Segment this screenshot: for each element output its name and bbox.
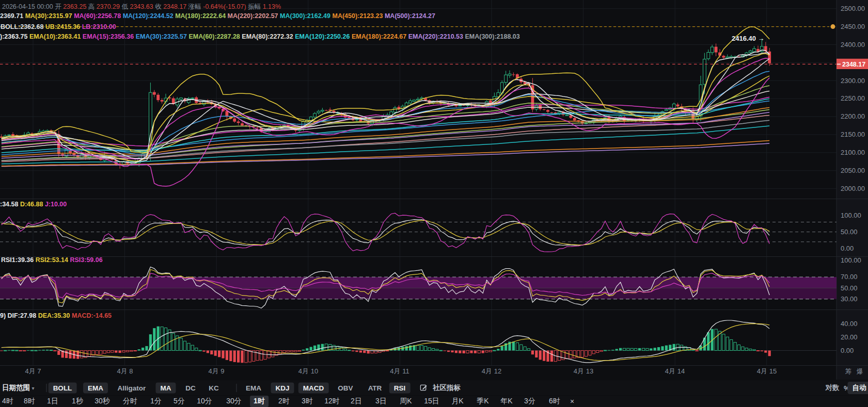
svg-text:2000.00: 2000.00 (841, 185, 865, 192)
svg-text:2500.00: 2500.00 (841, 5, 865, 12)
svg-text:2100.00: 2100.00 (841, 149, 865, 156)
svg-text:4月 15: 4月 15 (757, 367, 777, 375)
svg-text:4月 11: 4月 11 (390, 367, 409, 375)
svg-text:40.00: 40.00 (841, 320, 858, 328)
svg-text:30.00: 30.00 (841, 295, 858, 303)
svg-text:2400.00: 2400.00 (841, 41, 865, 48)
svg-text:4月 12: 4月 12 (482, 367, 501, 375)
svg-text:2150.00: 2150.00 (841, 131, 865, 138)
svg-text:70.00: 70.00 (841, 273, 858, 281)
svg-text:2200.00: 2200.00 (841, 112, 865, 120)
svg-text:BOLL:2362.68 UB:2415.36 LB:2: BOLL:2362.68 UB:2415.36 LB:2310.00 (1, 23, 116, 30)
svg-text:2250.00: 2250.00 (841, 94, 865, 102)
svg-text:2050.00: 2050.00 (841, 167, 865, 174)
svg-text:2026-04-15 00:00 开 2363.25 高: 2026-04-15 00:00 开 2363.25 高 2370.29 低 2… (2, 3, 281, 10)
svg-text:100.00: 100.00 (841, 256, 861, 264)
svg-text:4月 14: 4月 14 (665, 367, 685, 375)
svg-text::34.58 D:46.88 J:10.00: :34.58 D:46.88 J:10.00 (0, 201, 67, 208)
svg-text:2369.71 MA(30):2315.97 MA(60: 2369.71 MA(30):2315.97 MA(60):2256.78 MA… (0, 12, 435, 20)
svg-text:2348.17: 2348.17 (842, 61, 865, 68)
svg-text:2300.00: 2300.00 (841, 77, 865, 85)
svg-text:100.00: 100.00 (841, 211, 861, 219)
svg-text:50.00: 50.00 (841, 284, 858, 292)
svg-text:筹: 筹 (845, 368, 852, 375)
svg-text:20.00: 20.00 (841, 333, 858, 341)
svg-text:2416.40 →: 2416.40 → (732, 35, 765, 42)
svg-text:4月 7: 4月 7 (25, 367, 41, 375)
svg-text:4月 8: 4月 8 (117, 367, 133, 375)
svg-text:4月 10: 4月 10 (298, 367, 318, 375)
svg-text:0.00: 0.00 (841, 347, 854, 354)
svg-text:4月 9: 4月 9 (208, 367, 224, 375)
svg-text:):2363.75 EMA(10):2363.41 EM: ):2363.75 EMA(10):2363.41 EMA(15):2356.3… (0, 33, 520, 40)
svg-text:4月 13: 4月 13 (574, 367, 593, 375)
svg-text:50.00: 50.00 (841, 228, 858, 236)
svg-text:2450.00: 2450.00 (841, 23, 865, 30)
svg-text:爆: 爆 (857, 368, 863, 375)
svg-text:0.00: 0.00 (841, 245, 854, 252)
svg-text:RSI1:39.36 RSI2:53.14 RSI3:5: RSI1:39.36 RSI2:53.14 RSI3:59.06 (1, 256, 103, 264)
svg-text:9) DIF:27.98 DEA:35.30 MACD: 9) DIF:27.98 DEA:35.30 MACD:-14.65 (0, 312, 112, 319)
